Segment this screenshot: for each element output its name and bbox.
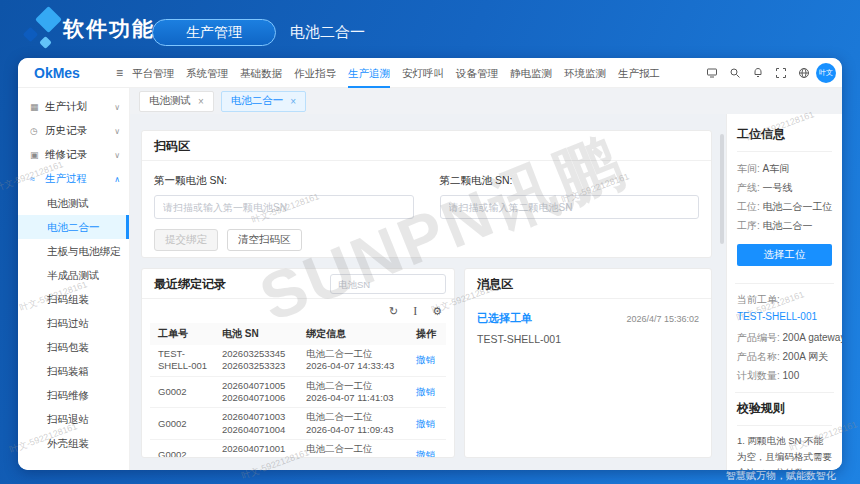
banner-page-label: 电池二合一: [290, 23, 365, 42]
menu-item-system[interactable]: 系统管理: [186, 58, 228, 88]
fullscreen-icon[interactable]: [775, 67, 787, 79]
undo-link[interactable]: 撤销: [412, 446, 442, 458]
message-order-number: TEST-SHELL-001: [477, 333, 699, 345]
selected-order-label: 已选择工单: [477, 311, 532, 326]
app-logo: OkMes: [34, 65, 80, 81]
sidebar-item-scan-box[interactable]: 扫码装箱: [18, 359, 129, 383]
footer-slogan: 智慧赋万物，赋能数智化: [726, 469, 836, 483]
sidebar-group-process[interactable]: ≈ 生产过程 ∧: [18, 167, 129, 191]
message-timestamp: 2026/4/7 15:36:02: [626, 314, 699, 324]
page: 软件功能 生产管理 电池二合一 智慧赋万物，赋能数智化 OkMes ≡ 平台管理…: [0, 0, 860, 484]
sidebar-group-production-plan[interactable]: ▦ 生产计划 ∨: [18, 95, 129, 119]
cell-binding: 电池二合一工位2026-04-07 11:09:43: [302, 408, 412, 439]
col-binding-info: 绑定信息: [302, 327, 412, 341]
chevron-down-icon: ∨: [114, 151, 120, 160]
menu-item-basic-data[interactable]: 基础数据: [240, 58, 282, 88]
divider: [735, 283, 834, 284]
col-sn: 电池 SN: [218, 327, 302, 341]
battery2-sn-label: 第二颗电池 SN:: [440, 174, 700, 188]
production-plan-icon: ▦: [30, 102, 45, 112]
cell-binding: 电池二合一工位2026-04-07 11:41:03: [302, 377, 412, 408]
sidebar-group-repair[interactable]: ▣ 维修记录 ∨: [18, 143, 129, 167]
cell-sn: 202604071003202604071004: [218, 408, 302, 439]
sidebar-item-shell-assembly[interactable]: 外壳组装: [18, 431, 129, 455]
info-row-plan-qty: 计划数量: 100: [737, 366, 832, 385]
divider: [735, 392, 834, 393]
submit-binding-button[interactable]: 提交绑定: [154, 229, 218, 251]
history-icon: ◷: [30, 126, 45, 136]
main-scrollbar[interactable]: [720, 122, 724, 464]
sidebar-item-board-binding[interactable]: 主板与电池绑定: [18, 239, 129, 263]
table-row: TEST-SHELL-001 202603253345202603253323 …: [150, 345, 446, 377]
refresh-icon[interactable]: ↻: [389, 305, 398, 318]
tab-label: 电池测试: [149, 94, 191, 108]
menu-item-andon[interactable]: 安灯呼叫: [402, 58, 444, 88]
rule-item-1: 1. 两颗电池 SN 不能为空，且编码格式需要合法（12位纯数字）。: [737, 433, 832, 470]
clear-scan-button[interactable]: 清空扫码区: [227, 229, 302, 251]
col-order: 工单号: [154, 327, 218, 341]
scan-area-title: 扫码区: [142, 131, 711, 161]
sidebar-collapse-icon[interactable]: ≡: [116, 66, 123, 80]
info-row-product-no: 产品编号: 200A gateway: [737, 328, 832, 347]
sidebar-item-semi-test[interactable]: 半成品测试: [18, 263, 129, 287]
undo-link[interactable]: 撤销: [412, 415, 442, 433]
search-icon[interactable]: [729, 67, 741, 79]
banner-category-pill[interactable]: 生产管理: [152, 19, 276, 46]
sidebar-item-battery-2in1[interactable]: 电池二合一: [18, 215, 129, 239]
sidebar-group-history[interactable]: ◷ 历史记录 ∨: [18, 119, 129, 143]
table-row: G0002 202604071003202604071004 电池二合一工位20…: [150, 408, 446, 440]
language-icon[interactable]: [798, 67, 810, 79]
chevron-up-icon: ∧: [114, 175, 120, 184]
tab-battery-test[interactable]: 电池测试 ×: [139, 91, 214, 112]
close-icon[interactable]: ×: [290, 96, 296, 107]
battery2-sn-input[interactable]: [440, 195, 700, 219]
sidebar-item-scan-return[interactable]: 扫码退站: [18, 407, 129, 431]
menu-item-work-guide[interactable]: 作业指导: [294, 58, 336, 88]
menu-item-equipment[interactable]: 设备管理: [456, 58, 498, 88]
display-icon[interactable]: [706, 67, 718, 79]
select-station-button[interactable]: 选择工位: [737, 244, 832, 266]
message-title: 消息区: [465, 269, 711, 299]
menu-item-esd[interactable]: 静电监测: [510, 58, 552, 88]
close-icon[interactable]: ×: [198, 96, 204, 107]
user-avatar[interactable]: 叶文: [816, 63, 836, 83]
cell-order: G0002: [154, 446, 218, 458]
undo-link[interactable]: 撤销: [412, 383, 442, 401]
battery1-sn-label: 第一颗电池 SN:: [154, 174, 414, 188]
sidebar-group-label: 历史记录: [45, 124, 87, 138]
table-row: G0002 202604071005202604071006 电池二合一工位20…: [150, 377, 446, 409]
repair-icon: ▣: [30, 150, 45, 160]
menu-item-traceability[interactable]: 生产追溯: [348, 58, 390, 88]
validation-rules-title: 校验规则: [737, 400, 832, 426]
menu-item-report[interactable]: 生产报工: [618, 58, 660, 88]
top-navbar: OkMes ≡ 平台管理 系统管理 基础数据 作业指导 生产追溯 安灯呼叫 设备…: [18, 58, 842, 88]
chevron-down-icon: ∨: [114, 103, 120, 112]
sidebar-item-battery-test[interactable]: 电池测试: [18, 191, 129, 215]
current-order-label: 当前工单:: [737, 291, 832, 309]
menu-item-environment[interactable]: 环境监测: [564, 58, 606, 88]
cell-order: G0002: [154, 415, 218, 433]
message-panel: 消息区 已选择工单 2026/4/7 15:36:02 TEST-SHELL-0…: [464, 268, 712, 458]
process-icon: ≈: [30, 174, 45, 184]
column-settings-icon[interactable]: ⚙: [432, 305, 442, 318]
bell-icon[interactable]: [752, 67, 764, 79]
col-action: 操作: [412, 327, 442, 341]
cell-binding: 电池二合一工位2026-04-07 14:33:43: [302, 345, 412, 376]
menu-item-platform[interactable]: 平台管理: [132, 58, 174, 88]
main-content: 扫码区 第一颗电池 SN: 第二颗电池 SN: 提交绑定 清空扫码区: [130, 114, 726, 470]
undo-link[interactable]: 撤销: [412, 351, 442, 369]
current-order-value[interactable]: TEST-SHELL-001: [737, 309, 832, 325]
app-window: OkMes ≡ 平台管理 系统管理 基础数据 作业指导 生产追溯 安灯呼叫 设备…: [18, 58, 842, 470]
density-icon[interactable]: I: [413, 304, 417, 319]
sidebar-group-label: 生产过程: [45, 172, 87, 186]
record-search-input[interactable]: [330, 274, 446, 294]
cell-sn: 202604071001202604071002: [218, 440, 302, 458]
sidebar-item-scan-pack[interactable]: 扫码包装: [18, 335, 129, 359]
tab-battery-2in1[interactable]: 电池二合一 ×: [221, 91, 306, 112]
battery1-sn-input[interactable]: [154, 195, 414, 219]
cell-order: TEST-SHELL-001: [154, 345, 218, 376]
sidebar-item-scan-repair[interactable]: 扫码维修: [18, 383, 129, 407]
sidebar-item-scan-assembly[interactable]: 扫码组装: [18, 287, 129, 311]
sidebar-item-scan-pass[interactable]: 扫码过站: [18, 311, 129, 335]
tab-label: 电池二合一: [231, 94, 284, 108]
